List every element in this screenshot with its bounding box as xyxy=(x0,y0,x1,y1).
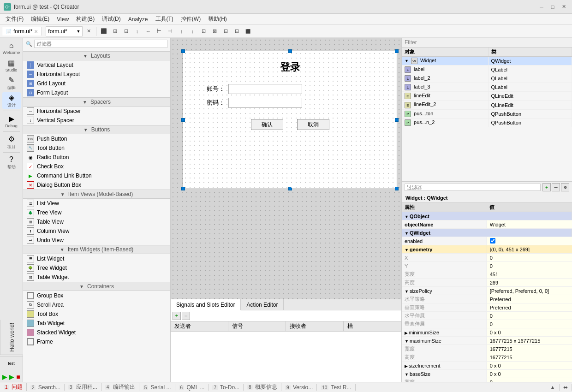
obj-row-widget[interactable]: ▼ W Widget QWidget xyxy=(402,57,572,65)
sizeincrement-expand[interactable]: ▶ xyxy=(405,364,408,368)
geometry-expand[interactable]: ▼ xyxy=(405,248,409,252)
editor-tab[interactable]: 📄 form.ui* ✕ xyxy=(2,27,42,36)
run-button[interactable]: ▶ xyxy=(2,373,7,380)
toolbar-btn-13[interactable]: ⊟ xyxy=(232,26,242,36)
toolbar-btn-6[interactable]: ⊢ xyxy=(154,26,164,36)
toolbar-btn-5[interactable]: ↔ xyxy=(143,26,153,36)
prop-row-sizepolicy[interactable]: ▼sizePolicy [Preferred, Preferred, 0, 0] xyxy=(402,287,572,295)
menu-help[interactable]: 帮助(H) xyxy=(204,14,231,24)
widget-scroll-area[interactable]: ⧉ Scroll Area xyxy=(23,300,170,309)
prop-row-x[interactable]: X 0 xyxy=(402,254,572,262)
minsize-expand[interactable]: ▶ xyxy=(405,331,408,335)
sizepolicy-expand[interactable]: ▼ xyxy=(405,289,409,294)
prop-value-enabled[interactable] xyxy=(487,237,572,245)
widget-stacked-widget[interactable]: Stacked Widget xyxy=(23,328,170,337)
menu-debug[interactable]: 调试(D) xyxy=(98,14,125,24)
prop-value-height[interactable]: 269 xyxy=(487,279,572,287)
obj-row-pushbtn[interactable]: P pus...ton QPushButton xyxy=(402,109,572,118)
widget-tool-button[interactable]: 🔧 Tool Button xyxy=(23,143,170,153)
prop-row-hstretch[interactable]: 水平伸展 0 xyxy=(402,312,572,320)
prop-value-maxsize[interactable]: 16777215 x 16777215 xyxy=(487,337,572,345)
mode-studio[interactable]: ▦ Studio xyxy=(2,57,21,74)
resize-handle-bm[interactable] xyxy=(288,187,292,190)
status-app[interactable]: 3 应用程... xyxy=(65,383,101,391)
status-up-arrow[interactable]: ▲ xyxy=(546,384,560,391)
widget-list-view[interactable]: ☰ List View xyxy=(23,199,170,208)
status-search[interactable]: 2 Search... xyxy=(27,384,65,391)
prop-row-maxsize[interactable]: ▼maximumSize 16777215 x 16777215 xyxy=(402,337,572,345)
prop-value-basewidth[interactable]: 0 xyxy=(487,378,572,382)
cancel-button[interactable]: 取消 xyxy=(297,119,329,130)
prop-value-minsize[interactable]: 0 x 0 xyxy=(487,328,572,337)
enabled-checkbox[interactable] xyxy=(490,238,495,244)
test-device-panel[interactable]: test xyxy=(0,356,23,370)
prop-value-vstretch[interactable]: 0 xyxy=(487,320,572,328)
prop-section-qwidget[interactable]: ▼QWidget xyxy=(402,229,572,237)
status-problems[interactable]: 1 问题 xyxy=(0,383,27,391)
prop-value-width[interactable]: 451 xyxy=(487,270,572,279)
widget-command-link-button[interactable]: ▶ Command Link Button xyxy=(23,171,170,180)
qobject-expand[interactable]: ▼ xyxy=(405,214,409,219)
widget-vertical-spacer[interactable]: ↕ Vertical Spacer xyxy=(23,116,170,125)
widget-tab-widget[interactable]: Tab Widget xyxy=(23,319,170,328)
qwidget-expand[interactable]: ▼ xyxy=(405,231,409,236)
confirm-button[interactable]: 确认 xyxy=(251,119,283,130)
props-remove-button[interactable]: ─ xyxy=(552,183,560,191)
object-list-scroll[interactable]: 对象 类 ▼ W Widget QWidget xyxy=(402,48,572,181)
widget-vertical-layout[interactable]: │ Vertical Layout xyxy=(23,60,170,70)
menu-edit[interactable]: 编辑(E) xyxy=(27,14,53,24)
prop-row-basewidth[interactable]: 宽度 0 xyxy=(402,378,572,382)
widget-dialog-button-box[interactable]: ✕ Dialog Button Box xyxy=(23,180,170,190)
obj-row-label[interactable]: L label QLabel xyxy=(402,65,572,74)
toolbar-btn-2[interactable]: ⊞ xyxy=(110,26,120,36)
widget-grid-layout[interactable]: ⊞ Grid Layout xyxy=(23,79,170,88)
close-button[interactable]: ✕ xyxy=(559,2,568,12)
toolbar-btn-4[interactable]: ↕ xyxy=(132,26,142,36)
prop-row-width[interactable]: 宽度 451 xyxy=(402,270,572,279)
tab-close-button[interactable]: ✕ xyxy=(34,29,38,34)
maxsize-expand[interactable]: ▼ xyxy=(405,339,409,344)
prop-row-vstretch[interactable]: 垂直伸展 0 xyxy=(402,320,572,328)
prop-row-basesize[interactable]: ▼baseSize 0 x 0 xyxy=(402,370,572,378)
prop-value-objectname[interactable]: Widget xyxy=(487,220,572,229)
prop-value-sizepolicy[interactable]: [Preferred, Preferred, 0, 0] xyxy=(487,287,572,295)
section-layouts[interactable]: ▼ Layouts xyxy=(23,51,170,60)
prop-value-sizeincrement[interactable]: 0 x 0 xyxy=(487,362,572,370)
prop-row-vpolicy[interactable]: 垂直策略 Preferred xyxy=(402,303,572,312)
mode-debug[interactable]: ▶ Debug xyxy=(2,113,21,130)
menu-tools[interactable]: 工具(T) xyxy=(152,14,177,24)
add-slot-button[interactable]: + xyxy=(173,312,181,320)
widget-tree-widget[interactable]: 🌳 Tree Widget xyxy=(23,263,170,273)
widget-undo-view[interactable]: ↩ Undo View xyxy=(23,236,170,245)
widget-tool-box[interactable]: Tool Box xyxy=(23,309,170,319)
menu-widgets[interactable]: 控件(W) xyxy=(177,14,204,24)
resize-handle-br[interactable] xyxy=(395,187,399,190)
close-tab-button[interactable]: ✕ xyxy=(83,26,94,36)
prop-row-objectname[interactable]: objectName Widget xyxy=(402,220,572,229)
mode-project[interactable]: ⚙ 项目 xyxy=(2,134,21,150)
widget-filter-input[interactable] xyxy=(34,40,167,48)
mode-edit[interactable]: ✎ 编辑 xyxy=(2,75,21,91)
toolbar-btn-14[interactable]: ⬛ xyxy=(243,26,253,36)
status-test[interactable]: 10 Test R... xyxy=(317,384,355,391)
widget-group-box[interactable]: Group Box xyxy=(23,291,170,300)
status-overview[interactable]: 8 概要信息 xyxy=(244,383,281,391)
obj-row-pushbtn2[interactable]: P pus...n_2 QPushButton xyxy=(402,118,572,127)
prop-row-height[interactable]: 高度 269 xyxy=(402,279,572,287)
obj-row-label2[interactable]: L label_2 QLabel xyxy=(402,74,572,83)
widget-frame[interactable]: Frame xyxy=(23,337,170,346)
props-filter-input[interactable] xyxy=(405,184,541,191)
prop-row-hpolicy[interactable]: 水平策略 Preferred xyxy=(402,295,572,303)
section-item-widgets[interactable]: ▼ Item Widgets (Item-Based) xyxy=(23,245,170,254)
widget-table-widget[interactable]: ⊡ Table Widget xyxy=(23,273,170,282)
menu-build[interactable]: 构建(B) xyxy=(72,14,98,24)
menu-view[interactable]: View xyxy=(53,15,72,24)
section-item-views[interactable]: ▼ Item Views (Model-Based) xyxy=(23,190,170,199)
tab-action-editor[interactable]: Action Editor xyxy=(241,299,284,310)
tab-dropdown[interactable]: form.ui* ▼ xyxy=(46,26,83,36)
obj-row-label3[interactable]: L label_3 QLabel xyxy=(402,83,572,92)
prop-row-geometry[interactable]: ▼geometry [(0, 0), 451 x 269] xyxy=(402,245,572,254)
toolbar-btn-1[interactable]: ⬛ xyxy=(99,26,109,36)
prop-row-maxwidth[interactable]: 宽度 16777215 xyxy=(402,345,572,353)
maximize-button[interactable]: □ xyxy=(548,2,557,12)
